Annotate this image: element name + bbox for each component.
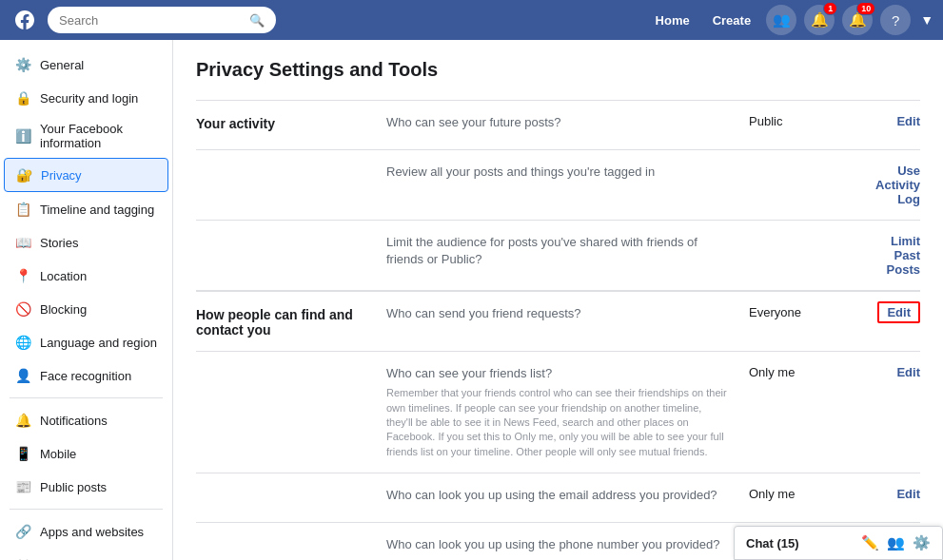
row-action-link[interactable]: Edit <box>896 114 920 128</box>
messages-icon-btn[interactable]: 🔔 1 <box>804 5 835 35</box>
search-bar[interactable]: 🔍 <box>48 7 276 33</box>
face-recognition-icon: 👤 <box>13 366 32 385</box>
section-header-how-people-find <box>196 487 386 489</box>
your-facebook-icon: ℹ️ <box>13 126 32 145</box>
section-header-your-activity <box>196 164 386 165</box>
sidebar-item-general[interactable]: ⚙️General <box>4 48 168 81</box>
page-title: Privacy Settings and Tools <box>196 59 920 81</box>
row-description: Limit the audience for posts you've shar… <box>386 234 749 268</box>
row-action: Edit <box>863 305 920 319</box>
friends-icon: 👥 <box>773 11 791 29</box>
sidebar-item-your-facebook[interactable]: ℹ️Your Facebook information <box>4 115 168 157</box>
home-link[interactable]: Home <box>646 10 699 31</box>
row-action-link[interactable]: Edit <box>896 487 920 501</box>
sidebar-label-public-posts: Public posts <box>40 480 107 494</box>
row-description: Review all your posts and things you're … <box>386 164 749 181</box>
top-nav: 🔍 Home Create 👥 🔔 1 🔔 10 ? ▼ <box>0 0 943 40</box>
sidebar-label-stories: Stories <box>40 236 78 250</box>
blocking-icon: 🚫 <box>13 299 32 319</box>
sidebar: ⚙️General🔒Security and loginℹ️Your Faceb… <box>0 40 173 560</box>
section-your-activity: Your activityWho can see your future pos… <box>196 100 920 291</box>
row-description: Who can send you friend requests? <box>386 305 749 322</box>
apps-websites-icon: 🔗 <box>13 522 32 541</box>
sidebar-item-security-login[interactable]: 🔒Security and login <box>4 82 168 114</box>
sidebar-label-general: General <box>40 58 84 72</box>
sidebar-item-timeline[interactable]: 📋Timeline and tagging <box>4 193 168 225</box>
facebook-logo[interactable] <box>10 5 40 35</box>
privacy-icon: 🔐 <box>14 165 33 184</box>
sidebar-item-apps-websites[interactable]: 🔗Apps and websites <box>4 515 168 548</box>
notifications-icon-btn[interactable]: 🔔 10 <box>842 5 873 35</box>
sidebar-item-face-recognition[interactable]: 👤Face recognition <box>4 359 168 392</box>
section-header-how-people-find: How people can find and contact you <box>196 305 386 338</box>
chat-bar-label: Chat (15) <box>746 536 861 550</box>
sidebar-label-blocking: Blocking <box>40 302 87 317</box>
chat-settings-icon[interactable]: ⚙️ <box>913 534 931 551</box>
sidebar-item-privacy[interactable]: 🔐Privacy <box>4 158 168 192</box>
settings-row: Who can see your friends list?Remember t… <box>196 352 920 473</box>
sidebar-item-blocking[interactable]: 🚫Blocking <box>4 293 168 325</box>
account-menu-btn[interactable]: ▼ <box>920 12 933 28</box>
sidebar-item-instant-games[interactable]: 🎮Instant Games <box>4 549 168 560</box>
sidebar-label-privacy: Privacy <box>41 168 82 183</box>
create-link[interactable]: Create <box>703 10 760 31</box>
row-subtext: Remember that your friends control who c… <box>386 386 730 459</box>
section-header-your-activity: Your activity <box>196 114 386 131</box>
sidebar-label-face-recognition: Face recognition <box>40 369 131 383</box>
messages-badge: 1 <box>823 2 837 15</box>
sidebar-item-stories[interactable]: 📖Stories <box>4 226 168 259</box>
timeline-icon: 📋 <box>13 200 32 219</box>
chat-friends-icon[interactable]: 👥 <box>887 534 905 551</box>
sidebar-item-language[interactable]: 🌐Language and region <box>4 326 168 358</box>
row-action-link[interactable]: Edit <box>896 365 920 379</box>
sidebar-item-mobile[interactable]: 📱Mobile <box>4 437 168 470</box>
settings-container: Your activityWho can see your future pos… <box>196 100 920 560</box>
nav-links: Home Create 👥 🔔 1 🔔 10 ? ▼ <box>646 5 933 35</box>
row-action: Edit <box>863 487 920 501</box>
sidebar-label-apps-websites: Apps and websites <box>40 525 144 539</box>
sidebar-label-mobile: Mobile <box>40 447 76 461</box>
chat-bar[interactable]: Chat (15) ✏️ 👥 ⚙️ <box>734 526 943 560</box>
chat-bar-icons: ✏️ 👥 ⚙️ <box>861 534 931 551</box>
section-header-how-people-find <box>196 365 386 367</box>
row-description: Who can see your future posts? <box>386 114 749 131</box>
row-action-link[interactable]: Use Activity Log <box>875 164 920 206</box>
friends-icon-btn[interactable]: 👥 <box>766 5 796 35</box>
sidebar-label-timeline: Timeline and tagging <box>40 203 154 217</box>
sidebar-divider-2 <box>10 509 163 510</box>
language-icon: 🌐 <box>13 333 32 352</box>
row-description: Who can see your friends list?Remember t… <box>386 365 749 459</box>
help-icon-btn[interactable]: ? <box>880 5 911 35</box>
sidebar-item-location[interactable]: 📍Location <box>4 260 168 292</box>
search-icon: 🔍 <box>249 13 265 28</box>
settings-row: Who can look you up using the email addr… <box>196 473 920 523</box>
section-how-people-find: How people can find and contact youWho c… <box>196 291 920 560</box>
sidebar-item-notifications[interactable]: 🔔Notifications <box>4 404 168 436</box>
row-action: Limit Past Posts <box>863 234 920 277</box>
row-value: Everyone <box>749 305 863 319</box>
row-value: Only me <box>749 487 863 501</box>
row-description: Who can look you up using the email addr… <box>386 487 749 504</box>
row-action-link[interactable]: Limit Past Posts <box>887 234 920 277</box>
row-action-link[interactable]: Edit <box>877 301 920 323</box>
chat-edit-icon[interactable]: ✏️ <box>861 534 879 551</box>
settings-row: Review all your posts and things you're … <box>196 150 920 221</box>
mobile-icon: 📱 <box>13 444 32 463</box>
sidebar-label-your-facebook: Your Facebook information <box>40 122 159 150</box>
general-icon: ⚙️ <box>13 55 32 74</box>
settings-row: How people can find and contact youWho c… <box>196 292 920 352</box>
settings-row: Your activityWho can see your future pos… <box>196 101 920 150</box>
sidebar-divider-1 <box>10 397 163 398</box>
question-icon: ? <box>892 12 899 29</box>
location-icon: 📍 <box>13 266 32 285</box>
row-action: Use Activity Log <box>863 164 920 206</box>
sidebar-item-public-posts[interactable]: 📰Public posts <box>4 471 168 503</box>
section-header-how-people-find <box>196 536 386 538</box>
row-value: Public <box>749 114 863 128</box>
search-input[interactable] <box>59 13 249 28</box>
row-description: Who can look you up using the phone numb… <box>386 536 749 553</box>
public-posts-icon: 📰 <box>13 477 32 496</box>
sidebar-label-language: Language and region <box>40 336 157 350</box>
sidebar-label-location: Location <box>40 269 87 283</box>
row-action: Edit <box>863 365 920 379</box>
